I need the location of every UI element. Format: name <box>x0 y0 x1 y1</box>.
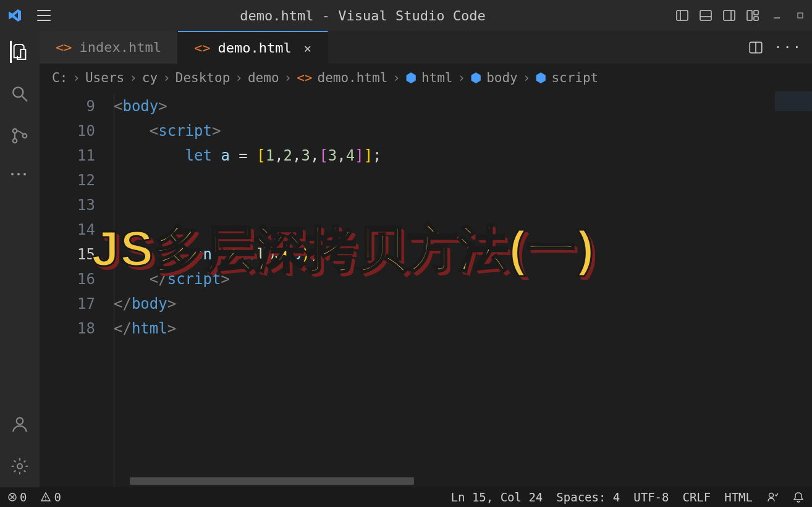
svg-point-13 <box>13 129 17 133</box>
breadcrumb[interactable]: C:› Users› cy› Desktop› demo› <> demo.ht… <box>40 64 812 91</box>
tab-label: index.html <box>80 40 161 55</box>
svg-rect-2 <box>700 10 711 20</box>
tab-demo-html[interactable]: <> demo.html ✕ <box>178 31 328 64</box>
code-editor[interactable]: 9101112131415161718 <body> <script> let … <box>40 91 812 487</box>
tab-label: demo.html <box>218 40 291 56</box>
svg-point-18 <box>23 173 26 175</box>
svg-rect-8 <box>754 17 758 20</box>
symbol-icon: ⬢ <box>405 70 417 85</box>
search-icon[interactable] <box>10 84 30 104</box>
panel-bottom-icon[interactable] <box>698 8 713 23</box>
svg-point-17 <box>17 173 20 175</box>
split-editor-icon[interactable] <box>748 40 764 56</box>
status-indentation[interactable]: Spaces: 4 <box>556 490 620 504</box>
symbol-icon: ⬢ <box>470 70 481 85</box>
svg-point-11 <box>13 87 23 97</box>
svg-point-27 <box>46 499 47 500</box>
settings-gear-icon[interactable] <box>10 456 30 476</box>
source-control-icon[interactable] <box>10 126 30 146</box>
panel-left-icon[interactable] <box>675 8 690 23</box>
status-cursor-position[interactable]: Ln 15, Col 24 <box>451 490 543 504</box>
accounts-icon[interactable] <box>10 414 30 434</box>
html-file-icon: <> <box>297 70 312 85</box>
layout-controls <box>675 8 760 23</box>
html-file-icon: <> <box>56 40 72 55</box>
minimize-icon[interactable] <box>772 11 781 20</box>
svg-point-14 <box>13 139 17 143</box>
close-icon[interactable]: ✕ <box>304 41 311 56</box>
more-icon[interactable] <box>10 168 30 188</box>
status-feedback-icon[interactable] <box>766 491 779 503</box>
overlay-caption: JS多层深拷贝方法(一) <box>91 216 595 283</box>
svg-rect-0 <box>677 10 688 20</box>
warning-icon <box>40 492 51 503</box>
status-errors[interactable]: 0 <box>7 490 27 504</box>
maximize-icon[interactable] <box>796 11 805 20</box>
panel-right-icon[interactable] <box>722 8 737 23</box>
svg-rect-4 <box>724 10 735 20</box>
tabs-row: <> index.html <> demo.html ✕ ··· <box>40 31 812 64</box>
svg-point-15 <box>23 134 27 138</box>
svg-point-19 <box>17 417 23 424</box>
html-file-icon: <> <box>194 40 211 56</box>
window-title: demo.html - Visual Studio Code <box>51 8 675 23</box>
symbol-icon: ⬢ <box>535 70 546 85</box>
more-actions-icon[interactable]: ··· <box>774 40 802 55</box>
svg-point-16 <box>11 173 14 175</box>
error-icon <box>7 492 17 502</box>
status-encoding[interactable]: UTF-8 <box>633 490 669 504</box>
minimap[interactable] <box>775 91 812 141</box>
explorer-icon[interactable] <box>10 42 30 62</box>
vscode-logo-icon <box>7 8 22 23</box>
activity-bar <box>0 31 40 487</box>
svg-line-12 <box>22 96 27 101</box>
horizontal-scrollbar[interactable] <box>130 477 414 485</box>
svg-rect-6 <box>747 10 752 20</box>
statusbar: 0 0 Ln 15, Col 24 Spaces: 4 UTF-8 CRLF H… <box>0 487 812 507</box>
window-controls <box>772 11 805 20</box>
svg-point-28 <box>769 493 774 498</box>
line-numbers: 9101112131415161718 <box>40 94 114 487</box>
svg-rect-7 <box>754 10 758 15</box>
code-lines[interactable]: <body> <script> let a = [1,2,3,[3,4]]; c… <box>114 94 812 487</box>
svg-rect-10 <box>798 13 803 18</box>
status-language[interactable]: HTML <box>724 490 753 504</box>
tab-index-html[interactable]: <> index.html <box>40 31 178 64</box>
titlebar: demo.html - Visual Studio Code <box>0 0 812 31</box>
status-notifications-icon[interactable] <box>792 491 805 503</box>
status-warnings[interactable]: 0 <box>40 490 61 504</box>
hamburger-menu-icon[interactable] <box>37 10 51 21</box>
svg-point-20 <box>17 464 22 469</box>
status-eol[interactable]: CRLF <box>682 490 711 504</box>
customize-layout-icon[interactable] <box>745 8 760 23</box>
